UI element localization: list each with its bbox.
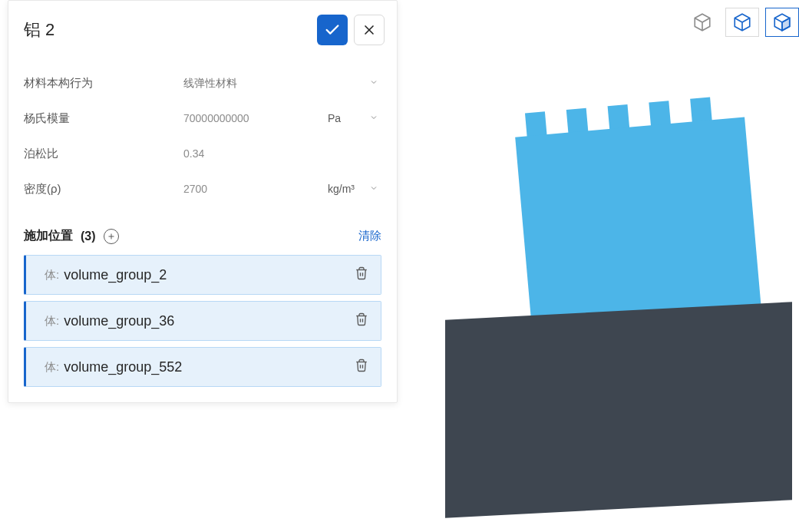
prop-label-poisson: 泊松比 [24,147,183,161]
cancel-button[interactable] [354,15,385,45]
trash-icon [355,266,368,280]
assignment-title-text: 施加位置 [24,228,73,244]
trash-icon [355,359,368,372]
assignment-count: (3) [81,230,96,243]
prop-behavior: 材料本构行为 [24,65,381,101]
item-prefix: 体: [45,314,59,329]
header-buttons [317,15,385,45]
view-mode-button-2[interactable] [765,8,799,37]
poisson-input[interactable] [183,141,381,166]
prop-youngs: 杨氏模量 Pa [24,101,381,136]
list-item[interactable]: 体: volume_group_36 [24,301,381,341]
item-prefix: 体: [45,268,59,283]
close-icon [362,22,377,38]
plus-icon [107,232,116,241]
chevron-down-icon[interactable] [366,74,381,92]
list-item[interactable]: 体: volume_group_552 [24,347,381,387]
cube-icon [732,12,752,32]
assignment-section: 施加位置 (3) 清除 体: volume_group_2 体: volume_… [8,228,397,402]
cube-shaded-icon [772,12,792,32]
density-unit: kg/m³ [328,183,362,195]
list-item[interactable]: 体: volume_group_2 [24,255,381,295]
prop-label-youngs: 杨氏模量 [24,111,183,126]
delete-item-button[interactable] [353,357,370,377]
behavior-select[interactable] [183,71,366,95]
viewport-3d[interactable] [414,0,799,532]
view-toolbar [685,8,799,37]
item-name: volume_group_36 [64,313,353,329]
panel-header: 铝 2 [8,1,397,59]
property-list: 材料本构行为 杨氏模量 Pa 泊松比 [8,59,397,222]
delete-item-button[interactable] [353,265,370,285]
view-mode-button-1[interactable] [725,8,759,37]
assignment-header: 施加位置 (3) 清除 [24,228,381,244]
assignment-title: 施加位置 (3) [24,228,119,244]
add-assignment-button[interactable] [104,229,119,244]
item-name: volume_group_2 [64,267,353,283]
view-orientation-button[interactable] [685,8,719,37]
item-name: volume_group_552 [64,359,353,375]
chevron-down-icon[interactable] [366,110,381,127]
confirm-button[interactable] [317,15,348,45]
density-input[interactable] [183,177,328,201]
prop-density: 密度(ρ) kg/m³ [24,171,381,207]
item-prefix: 体: [45,360,59,375]
chevron-down-icon[interactable] [366,180,381,198]
clear-link[interactable]: 清除 [358,229,381,243]
cube-icon [692,12,712,32]
youngs-unit: Pa [328,112,362,124]
panel-title: 铝 2 [24,18,54,41]
prop-poisson: 泊松比 [24,136,381,171]
prop-label-density: 密度(ρ) [24,182,183,197]
trash-icon [355,312,368,326]
assignment-list: 体: volume_group_2 体: volume_group_36 体: … [24,255,381,387]
delete-item-button[interactable] [353,311,370,331]
material-panel: 铝 2 材料本构行为 杨氏模量 Pa [8,0,398,403]
youngs-input[interactable] [183,106,328,131]
prop-label-behavior: 材料本构行为 [24,76,183,91]
check-icon [324,21,341,38]
